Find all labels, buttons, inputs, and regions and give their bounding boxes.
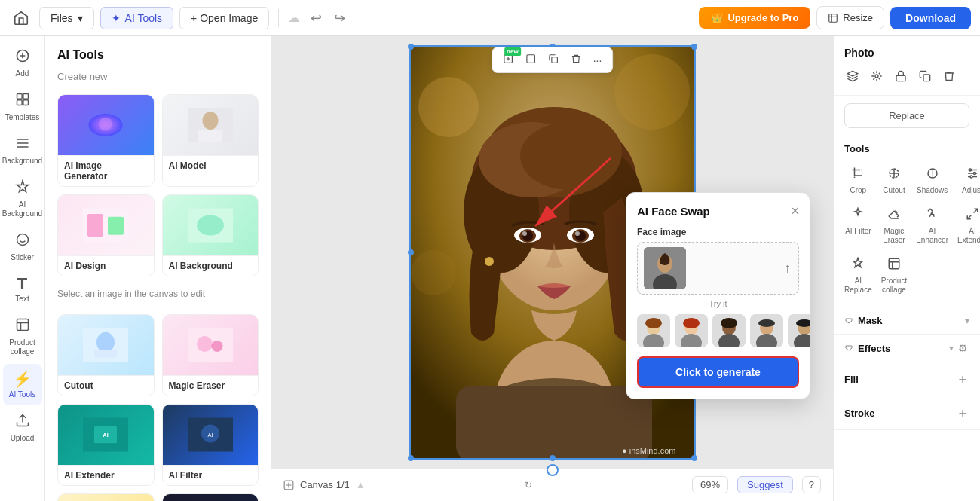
tool-card-img-ai-model bbox=[163, 95, 259, 155]
tool-card-image-gen[interactable]: AI Image Generator bbox=[57, 94, 155, 187]
tool-card-shadows[interactable]: Shadows bbox=[162, 493, 259, 501]
files-button[interactable]: Files ▾ bbox=[39, 7, 94, 29]
rp-tool-ai-filter[interactable]: AI Filter bbox=[841, 203, 875, 249]
tool-card-label-magic-eraser: Magic Eraser bbox=[163, 375, 259, 396]
canvas-tool-smart[interactable]: new bbox=[498, 50, 518, 69]
suggest-button[interactable]: Suggest bbox=[737, 476, 793, 493]
tool-card-label-ai-extender: AI Extender bbox=[58, 465, 154, 485]
sidebar-item-ai-background[interactable]: AI Background bbox=[3, 173, 42, 225]
rp-tool-shadows[interactable]: Shadows bbox=[913, 162, 951, 200]
canvas-toolbar: new ··· bbox=[492, 47, 614, 73]
canvas-tool-frame[interactable] bbox=[521, 50, 541, 69]
sidebar-templates-label: Templates bbox=[5, 113, 40, 122]
resize-handle-tr[interactable] bbox=[691, 44, 697, 50]
ai-tools-button[interactable]: ✦ AI Tools bbox=[100, 7, 174, 29]
tool-card-ai-design[interactable]: AI Design bbox=[57, 194, 155, 276]
svg-point-6 bbox=[17, 234, 28, 246]
svg-rect-66 bbox=[923, 75, 930, 81]
sidebar-item-product-collage[interactable]: Product collage bbox=[3, 311, 42, 362]
resize-handle-ml[interactable] bbox=[408, 249, 414, 255]
sidebar-item-add[interactable]: Add bbox=[3, 42, 42, 84]
tool-card-cutout[interactable]: Cutout bbox=[57, 314, 155, 396]
fill-add-button[interactable]: ＋ bbox=[956, 370, 969, 388]
rp-delete-icon[interactable] bbox=[938, 65, 960, 87]
help-label: ? bbox=[809, 479, 814, 490]
tool-card-ai-bg[interactable]: AI Background bbox=[162, 194, 259, 276]
svg-point-95 bbox=[758, 319, 775, 327]
undo-button[interactable]: ↩ bbox=[306, 7, 326, 29]
sidebar-item-text[interactable]: T Text bbox=[3, 270, 42, 310]
svg-point-60 bbox=[575, 231, 580, 236]
replace-label: Replace bbox=[889, 110, 925, 121]
rp-layers-icon[interactable] bbox=[841, 65, 864, 87]
redo-button[interactable]: ↪ bbox=[329, 7, 350, 29]
resize-handle-br[interactable] bbox=[691, 455, 697, 461]
cloud-icon: ☁ bbox=[288, 11, 300, 25]
canvas-tool-delete[interactable] bbox=[566, 50, 586, 69]
text-icon: T bbox=[17, 276, 27, 292]
rp-tool-magic-eraser[interactable]: Magic Eraser bbox=[878, 203, 910, 249]
rp-tool-ai-enhancer[interactable]: AI Enhancer bbox=[913, 203, 951, 249]
canvas-tool-duplicate[interactable] bbox=[544, 50, 563, 69]
ai-face-swap-dialog[interactable]: AI Face Swap × Face image ↑ Try it bbox=[626, 192, 810, 399]
upload-arrow-icon[interactable]: ↑ bbox=[784, 261, 791, 276]
dialog-close-button[interactable]: × bbox=[791, 203, 799, 219]
tool-card-img-ai-extender: AI bbox=[58, 405, 154, 465]
rp-title: Photo bbox=[834, 36, 980, 65]
sidebar-item-sticker[interactable]: Sticker bbox=[3, 226, 42, 268]
face-sample-5[interactable] bbox=[788, 314, 810, 347]
upgrade-label: Upgrade to Pro bbox=[727, 12, 798, 23]
effects-settings-icon[interactable]: ⚙ bbox=[957, 342, 969, 354]
resize-handle-bl[interactable] bbox=[408, 455, 414, 461]
face-upload-area[interactable]: ↑ bbox=[637, 242, 799, 295]
svg-point-19 bbox=[96, 332, 115, 353]
download-button[interactable]: Download bbox=[890, 7, 971, 29]
svg-point-17 bbox=[197, 215, 224, 236]
sidebar-product-label: Product collage bbox=[8, 338, 38, 356]
upgrade-button[interactable]: 👑 Upgrade to Pro bbox=[699, 7, 810, 29]
rp-tool-cutout[interactable]: Cutout bbox=[878, 162, 910, 200]
tool-card-ai-filter[interactable]: AI AI Filter bbox=[162, 404, 259, 486]
rp-mask-section[interactable]: Mask ▾ bbox=[834, 307, 980, 335]
face-sample-4[interactable] bbox=[750, 314, 783, 347]
home-button[interactable] bbox=[9, 6, 33, 30]
rp-copy-icon[interactable] bbox=[914, 65, 936, 87]
generate-button[interactable]: Click to generate bbox=[637, 356, 799, 388]
stroke-add-button[interactable]: ＋ bbox=[956, 404, 969, 422]
face-sample-1[interactable] bbox=[637, 314, 670, 347]
crown-icon: 👑 bbox=[711, 12, 723, 23]
replace-button[interactable]: Replace bbox=[844, 103, 969, 128]
open-image-button[interactable]: + Open Image bbox=[179, 7, 269, 29]
tool-card-ai-enhancer[interactable]: AI Enhancer bbox=[57, 493, 155, 501]
rp-tool-adjust[interactable]: Adjust bbox=[954, 162, 980, 200]
rp-tool-ai-extender[interactable]: AI Extender bbox=[954, 203, 980, 249]
zoom-level[interactable]: 69% bbox=[692, 476, 728, 493]
tool-card-label-ai-model: AI Model bbox=[163, 155, 259, 176]
resize-handle-bm[interactable] bbox=[550, 455, 556, 461]
rp-tool-product-collage[interactable]: Product collage bbox=[878, 252, 910, 299]
face-sample-2[interactable] bbox=[675, 314, 708, 347]
resize-handle-tl[interactable] bbox=[408, 44, 414, 50]
try-it-label: Try it bbox=[626, 295, 810, 311]
svg-rect-74 bbox=[889, 258, 899, 269]
resize-button[interactable]: Resize bbox=[816, 6, 884, 29]
rp-ai-icon[interactable] bbox=[865, 65, 888, 87]
rp-tool-ai-replace[interactable]: AI Replace bbox=[841, 252, 875, 299]
sidebar-item-ai-tools[interactable]: ⚡ AI Tools bbox=[3, 364, 42, 405]
rp-tool-crop[interactable]: Crop bbox=[841, 162, 875, 200]
tool-card-magic-eraser[interactable]: Magic Eraser bbox=[162, 314, 259, 396]
files-label: Files bbox=[51, 12, 73, 24]
sidebar-item-background[interactable]: Background bbox=[3, 130, 42, 172]
face-sample-3[interactable] bbox=[712, 314, 746, 347]
rp-effects-controls: ▾ ⚙ bbox=[949, 342, 969, 354]
canvas-tool-more[interactable]: ··· bbox=[589, 51, 607, 69]
sidebar-item-upload[interactable]: Upload bbox=[3, 407, 42, 449]
sidebar-item-templates[interactable]: Templates bbox=[3, 86, 42, 128]
rotate-handle[interactable] bbox=[547, 464, 559, 476]
tool-card-ai-extender[interactable]: AI AI Extender bbox=[57, 404, 155, 486]
right-panel: Photo Replace Tools bbox=[833, 36, 980, 501]
rp-effects-section[interactable]: Effects ▾ ⚙ bbox=[834, 335, 980, 362]
rp-lock-icon[interactable] bbox=[890, 65, 912, 87]
tool-card-ai-model[interactable]: AI Model bbox=[162, 94, 259, 187]
help-button[interactable]: ? bbox=[802, 476, 821, 493]
